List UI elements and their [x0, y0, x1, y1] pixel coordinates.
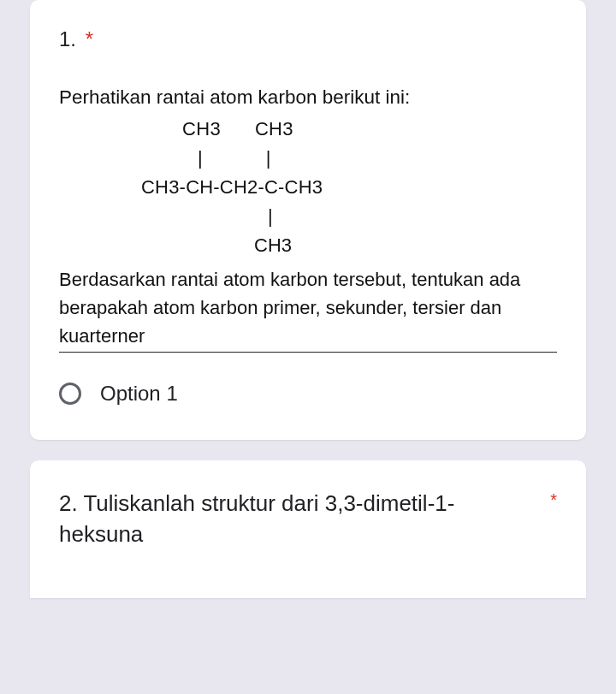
chem-row-2: ||: [59, 144, 557, 173]
chem-row-3: CH3-CH-CH2-C-CH3: [59, 173, 557, 202]
q1-conclusion: Berdasarkan rantai atom karbon tersebut,…: [59, 265, 557, 353]
q2-title-text: 2. Tuliskanlah struktur dari 3,3-dimetil…: [59, 488, 536, 550]
question-title-2: 2. Tuliskanlah struktur dari 3,3-dimetil…: [59, 488, 557, 550]
radio-option-1[interactable]: Option 1: [59, 382, 557, 406]
question-card-1: 1. * Perhatikan rantai atom karbon berik…: [30, 0, 586, 440]
question-number-1: 1. *: [59, 27, 557, 51]
chem-bond-1: |: [198, 147, 203, 169]
chem-ch3-top-right: CH3: [255, 118, 293, 139]
chem-ch3-top-left: CH3: [182, 118, 221, 139]
q1-number-text: 1.: [59, 27, 76, 50]
required-asterisk: *: [86, 27, 93, 50]
chem-row-5: CH3: [59, 231, 557, 260]
q1-instruction: Perhatikan rantai atom karbon berikut in…: [59, 84, 557, 111]
chemical-structure: CH3CH3 || CH3-CH-CH2-C-CH3 | CH3: [59, 115, 557, 260]
option-1-label: Option 1: [100, 382, 178, 406]
question-card-2: 2. Tuliskanlah struktur dari 3,3-dimetil…: [30, 460, 586, 598]
chem-row-4: |: [59, 202, 557, 231]
radio-circle-icon: [59, 383, 81, 405]
chem-row-1: CH3CH3: [59, 115, 557, 144]
required-asterisk-2: *: [550, 488, 557, 512]
chem-bond-2: |: [266, 147, 271, 169]
